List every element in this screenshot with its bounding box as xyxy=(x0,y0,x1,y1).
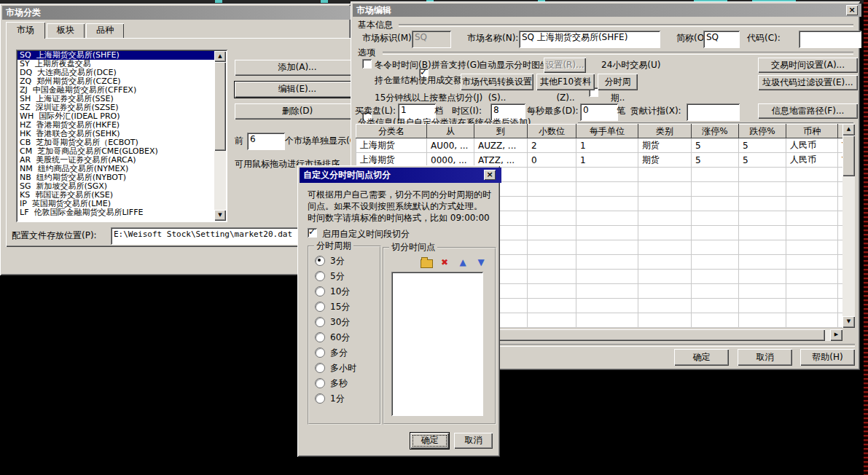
period-option[interactable]: 5分 xyxy=(315,271,380,281)
f10-info-button[interactable]: 其他F10资料(Z).. xyxy=(536,74,595,90)
column-header[interactable]: 跌停% xyxy=(739,125,786,138)
market-list-item[interactable]: SH 上海证券交易所(SSE) xyxy=(17,95,214,103)
period-option[interactable]: 15分 xyxy=(315,302,380,312)
period-option[interactable]: 3分 xyxy=(315,256,380,266)
radio-icon[interactable] xyxy=(315,286,325,297)
split-points-list[interactable] xyxy=(391,272,483,416)
market-list-item[interactable]: SG 新加坡交易所(SGX) xyxy=(17,182,214,191)
move-up-icon[interactable]: ▲ xyxy=(456,257,469,269)
market-list-item[interactable]: NM 纽约商品交易所(NYMEX) xyxy=(17,165,214,173)
custom-split-titlebar[interactable]: 自定义分时时间点切分 xyxy=(300,168,501,183)
delete-button[interactable]: 删除(D) xyxy=(235,103,360,119)
scroll-down-icon[interactable]: ▼ xyxy=(214,210,226,221)
radio-icon[interactable] xyxy=(315,271,325,281)
help-button[interactable]: 帮助(H) xyxy=(800,349,855,366)
market-list[interactable]: SQ 上海期货交易所(SHFE)SY 上期所夜盘交易DQ 大连商品交易所(DCE… xyxy=(16,50,227,222)
market-list-item[interactable]: DQ 大连商品交易所(DCE) xyxy=(17,68,214,77)
column-header[interactable]: 每手单位 xyxy=(576,125,638,138)
junk-filter-button[interactable]: 垃圾代码过滤设置(E)... xyxy=(758,75,858,90)
market-list-item[interactable]: IP 英国期货交易所(LME) xyxy=(17,200,214,208)
radio-icon[interactable] xyxy=(315,317,325,327)
market-list-item[interactable]: CM 芝加哥商品交易所CME(GLOBEX) xyxy=(17,147,214,156)
tab-market[interactable]: 市场 xyxy=(6,22,45,39)
period-option[interactable]: 多小时 xyxy=(315,363,380,373)
period-option[interactable]: 10分 xyxy=(315,286,380,297)
radio-icon[interactable] xyxy=(315,332,325,342)
market-list-item[interactable]: WH 国际外汇(IDEAL PRO) xyxy=(17,112,214,121)
period-button[interactable]: 分时周期.. xyxy=(598,74,638,90)
cancel-button[interactable]: 取消 xyxy=(738,349,792,366)
market-list-item[interactable]: SZ 深圳证券交易所(SZSE) xyxy=(17,103,214,112)
market-classification-titlebar[interactable]: 市场分类 xyxy=(2,6,361,20)
ok-button[interactable]: 确定 xyxy=(410,433,449,449)
scroll-up-icon[interactable]: ▲ xyxy=(842,124,855,136)
code-input[interactable] xyxy=(799,31,861,48)
scroll-up-icon[interactable]: ▲ xyxy=(214,51,226,62)
period-option[interactable]: 多秒 xyxy=(315,378,380,388)
table-cell xyxy=(638,168,692,182)
column-header[interactable]: 币种 xyxy=(786,125,838,138)
market-list-item[interactable]: HZ 香港期货交易所(HKFE) xyxy=(17,121,214,130)
config-path-input[interactable]: E:\Weisoft Stock\Setting\market20.dat xyxy=(111,227,300,245)
table-vscrollbar[interactable]: ▲ ▼ xyxy=(842,124,855,328)
market-list-item[interactable]: HK 香港联合交易所(SEHK) xyxy=(17,130,214,138)
move-down-icon[interactable]: ▼ xyxy=(474,257,488,269)
radio-icon[interactable] xyxy=(315,363,325,373)
winter-time-checkbox[interactable] xyxy=(362,59,372,68)
enable-custom-split-checkbox[interactable] xyxy=(308,228,317,238)
column-header[interactable]: 类别 xyxy=(638,125,692,138)
column-header[interactable]: 从 xyxy=(427,125,474,138)
cancel-button[interactable]: 取消 xyxy=(454,433,493,449)
table-cell xyxy=(638,211,692,226)
radio-icon[interactable] xyxy=(315,256,325,266)
tab-variety[interactable]: 品种 xyxy=(86,23,124,38)
column-header[interactable]: 小数位 xyxy=(528,125,576,138)
period-option[interactable]: 60分 xyxy=(315,332,380,342)
market-list-item[interactable]: AR 美股统一证券交易所(ARCA) xyxy=(17,156,214,165)
edit-button[interactable]: 编辑(E)... xyxy=(235,82,360,98)
trade-time-settings-button[interactable]: 交易时间设置(A)... xyxy=(758,58,858,73)
contribution-index-input[interactable] xyxy=(687,103,740,121)
ok-button[interactable]: 确定 xyxy=(674,349,729,366)
market-edit-titlebar[interactable]: 市场编辑 xyxy=(353,4,861,17)
market-list-item[interactable]: KS 韩国证券交易所(KSE) xyxy=(17,191,214,200)
market-list-item[interactable]: ZJ 中国金融期货交易所(CFFEX) xyxy=(17,86,214,95)
radio-icon[interactable] xyxy=(315,348,325,358)
period-option[interactable]: 30分 xyxy=(315,317,380,327)
delete-point-icon[interactable]: ✖ xyxy=(438,257,451,269)
radio-icon[interactable] xyxy=(315,378,325,388)
market-list-item[interactable]: SQ 上海期货交易所(SHFE) xyxy=(17,51,214,60)
market-list-item[interactable]: SY 上期所夜盘交易 xyxy=(17,60,214,68)
points-group: 切分时间点 ✖ ▲ ▼ xyxy=(383,247,496,425)
close-icon[interactable]: × xyxy=(484,170,496,180)
column-header[interactable]: 涨停% xyxy=(692,125,739,138)
scrollbar-thumb[interactable] xyxy=(214,62,226,151)
table-cell xyxy=(739,211,786,226)
market-list-item[interactable]: ZQ 郑州期货交易所(CZCE) xyxy=(17,77,214,86)
market-list-item[interactable]: CB 芝加哥期货交易所（ECBOT) xyxy=(17,138,214,147)
period-option[interactable]: 1分 xyxy=(315,393,380,404)
per-second-input[interactable]: 0 xyxy=(580,103,618,121)
table-row[interactable]: 上海期货AU00, ...AUZZ, ...21期货55人民币YES xyxy=(356,138,843,153)
market-list-item[interactable]: NB 纽约期货交易所(NYBOT) xyxy=(17,173,214,182)
scrollbar-thumb[interactable] xyxy=(842,136,855,176)
scroll-down-icon[interactable]: ▼ xyxy=(842,316,855,328)
column-header[interactable]: 到 xyxy=(474,125,528,138)
period-option[interactable]: 多分 xyxy=(315,348,380,358)
market-name-input[interactable]: SQ 上海期货交易所(SHFE) xyxy=(519,31,660,48)
new-point-icon[interactable] xyxy=(420,257,433,269)
tab-board[interactable]: 板块 xyxy=(47,23,85,38)
radio-icon[interactable] xyxy=(315,393,325,404)
front-count-input[interactable]: 6 xyxy=(247,133,285,150)
market-list-scrollbar[interactable]: ▲ ▼ xyxy=(214,51,226,221)
radio-icon[interactable] xyxy=(315,302,325,312)
scroll-right-icon[interactable]: ▶ xyxy=(830,329,842,341)
code-convert-button[interactable]: 市场代码转换设置(S).. xyxy=(461,74,533,90)
info-path-button[interactable]: 信息地雷路径(F)... xyxy=(758,103,858,119)
add-button[interactable]: 添加(A)... xyxy=(235,60,360,76)
short-name-input[interactable]: SQ xyxy=(703,31,740,48)
table-cell xyxy=(638,299,692,313)
column-header[interactable]: 分类名 xyxy=(356,125,427,138)
close-icon[interactable]: × xyxy=(846,5,858,15)
market-list-item[interactable]: LF 伦敦国际金融期货交易所LIFFE xyxy=(17,208,214,217)
